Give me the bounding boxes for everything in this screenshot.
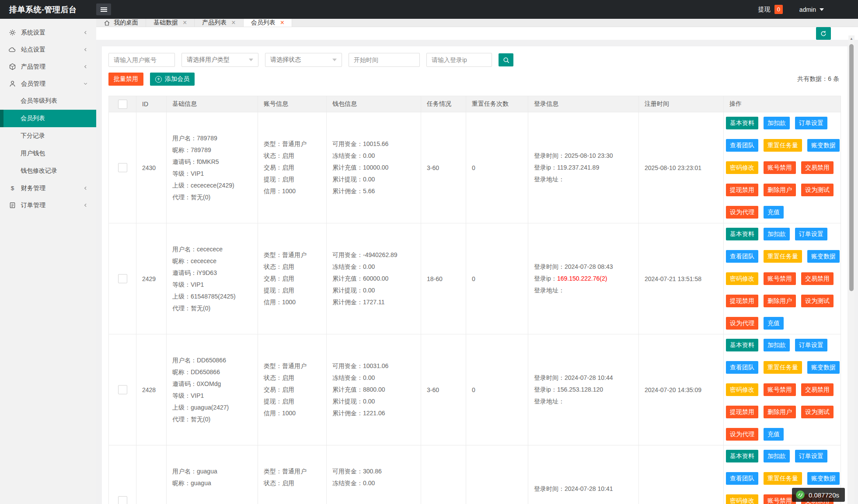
add-member-button[interactable]: + 添加会员 <box>150 73 195 86</box>
sidebar-item-site-settings[interactable]: 站点设置 <box>0 41 96 58</box>
col-header-login-info: 登录信息 <box>528 96 639 112</box>
sidebar-item-member-management[interactable]: 会员管理 <box>0 75 96 92</box>
account-change-data-button[interactable]: 账变数据 <box>807 139 840 152</box>
order-settings-button[interactable]: 订单设置 <box>795 228 827 240</box>
vertical-scrollbar[interactable]: ▲ <box>848 35 855 504</box>
user-menu[interactable]: admin <box>799 6 824 13</box>
disable-withdraw-button[interactable]: 提现禁用 <box>726 184 758 196</box>
sidebar-item-member-level-list[interactable]: 会员等级列表 <box>0 92 96 110</box>
account-change-data-button[interactable]: 账变数据 <box>807 472 840 485</box>
close-tab-icon[interactable]: × <box>231 19 235 26</box>
change-password-button[interactable]: 密码修改 <box>726 272 758 285</box>
batch-disable-button[interactable]: 批量禁用 <box>108 73 143 86</box>
col-header-id: ID <box>136 96 167 112</box>
disable-trade-button[interactable]: 交易禁用 <box>801 272 834 285</box>
status-select[interactable]: 请选择状态 <box>265 53 342 67</box>
close-tab-icon[interactable]: × <box>280 19 284 26</box>
disable-trade-button[interactable]: 交易禁用 <box>801 161 834 174</box>
member-id <box>136 445 167 504</box>
withdraw-entry[interactable]: 提现 0 <box>758 5 783 14</box>
select-all-checkbox[interactable] <box>118 100 127 109</box>
trace-timer-badge[interactable]: 0.087720s <box>792 488 845 502</box>
order-settings-button[interactable]: 订单设置 <box>795 450 827 462</box>
sidebar-item-deduction-records[interactable]: 下分记录 <box>0 127 96 145</box>
tab-product-list[interactable]: 产品列表× <box>195 19 243 27</box>
set-as-test-button[interactable]: 设为测试 <box>801 184 834 196</box>
sidebar-item-order-management[interactable]: 订单管理 <box>0 197 96 214</box>
disable-trade-button[interactable]: 交易禁用 <box>801 383 834 396</box>
set-as-test-button[interactable]: 设为测试 <box>801 406 834 418</box>
col-header-actions: 操作 <box>724 96 841 112</box>
account-change-data-button[interactable]: 账变数据 <box>807 250 840 263</box>
delete-user-button[interactable]: 删除用户 <box>764 184 796 196</box>
sidebar-item-member-list[interactable]: 会员列表 <box>0 110 96 127</box>
recharge-button[interactable]: 充值 <box>764 317 784 330</box>
disable-account-button[interactable]: 账号禁用 <box>764 272 796 285</box>
tab-basic-data[interactable]: 基础数据× <box>146 19 195 27</box>
adjust-funds-button[interactable]: 加扣款 <box>764 117 790 129</box>
basic-profile-button[interactable]: 基本资料 <box>726 339 758 351</box>
adjust-funds-button[interactable]: 加扣款 <box>764 339 790 351</box>
disable-account-button[interactable]: 账号禁用 <box>764 161 796 174</box>
delete-user-button[interactable]: 删除用户 <box>764 295 796 307</box>
reset-task-count-button[interactable]: 重置任务量 <box>764 250 802 263</box>
set-as-agent-button[interactable]: 设为代理 <box>726 206 758 219</box>
sidebar-item-wallet-modify-records[interactable]: 钱包修改记录 <box>0 162 96 180</box>
menu-toggle-button[interactable] <box>96 3 111 15</box>
change-password-button[interactable]: 密码修改 <box>726 383 758 396</box>
row-checkbox[interactable] <box>118 274 127 283</box>
delete-user-button[interactable]: 删除用户 <box>764 406 796 418</box>
register-time-cell: 2024-07-20 14:35:09 <box>639 334 724 445</box>
adjust-funds-button[interactable]: 加扣款 <box>764 228 790 240</box>
recharge-button[interactable]: 充值 <box>764 206 784 219</box>
basic-profile-button[interactable]: 基本资料 <box>726 117 758 129</box>
login-ip-input[interactable] <box>426 53 492 67</box>
view-team-button[interactable]: 查看团队 <box>726 250 758 263</box>
sidebar-item-system-settings[interactable]: 系统设置 <box>0 24 96 41</box>
change-password-button[interactable]: 密码修改 <box>726 494 758 504</box>
close-tab-icon[interactable]: × <box>183 19 187 26</box>
tab-member-list[interactable]: 会员列表× <box>244 19 292 27</box>
recharge-button[interactable]: 充值 <box>764 428 784 441</box>
set-as-agent-button[interactable]: 设为代理 <box>726 317 758 330</box>
tab-label: 我的桌面 <box>114 19 138 27</box>
reset-task-count-button[interactable]: 重置任务量 <box>764 472 802 485</box>
sidebar-item-user-wallet[interactable]: 用户钱包 <box>0 145 96 162</box>
sidebar-item-product-management[interactable]: 产品管理 <box>0 58 96 75</box>
view-team-button[interactable]: 查看团队 <box>726 139 758 152</box>
set-as-agent-button[interactable]: 设为代理 <box>726 428 758 441</box>
refresh-button[interactable] <box>816 27 831 40</box>
row-checkbox[interactable] <box>118 496 127 504</box>
start-time-input[interactable] <box>349 53 420 67</box>
account-change-data-button[interactable]: 账变数据 <box>807 361 840 374</box>
sidebar-item-label: 系统设置 <box>21 29 45 37</box>
account-input[interactable] <box>108 53 175 67</box>
disable-withdraw-button[interactable]: 提现禁用 <box>726 406 758 418</box>
tab-my-desktop[interactable]: 我的桌面 <box>96 19 146 27</box>
adjust-funds-button[interactable]: 加扣款 <box>764 450 790 462</box>
set-as-test-button[interactable]: 设为测试 <box>801 295 834 307</box>
reset-task-count-button[interactable]: 重置任务量 <box>764 139 802 152</box>
scroll-up-icon[interactable]: ▲ <box>848 35 855 41</box>
order-settings-button[interactable]: 订单设置 <box>795 339 827 351</box>
search-button[interactable] <box>499 53 513 66</box>
row-checkbox[interactable] <box>118 163 127 172</box>
order-settings-button[interactable]: 订单设置 <box>795 117 827 129</box>
login-info-cell: 登录时间：2024-07-28 08:43登录ip：169.150.222.76… <box>528 223 639 334</box>
row-checkbox[interactable] <box>118 385 127 394</box>
sidebar-item-finance-management[interactable]: $财务管理 <box>0 180 96 197</box>
disable-account-button[interactable]: 账号禁用 <box>764 383 796 396</box>
caret-down-icon <box>332 59 337 61</box>
login-ip-value: 169.150.222.76(2) <box>557 275 607 282</box>
view-team-button[interactable]: 查看团队 <box>726 472 758 485</box>
disable-withdraw-button[interactable]: 提现禁用 <box>726 295 758 307</box>
sidebar-item-label: 产品管理 <box>21 63 45 71</box>
change-password-button[interactable]: 密码修改 <box>726 161 758 174</box>
view-team-button[interactable]: 查看团队 <box>726 361 758 374</box>
basic-profile-button[interactable]: 基本资料 <box>726 450 758 462</box>
reset-task-count-button[interactable]: 重置任务量 <box>764 361 802 374</box>
disable-account-button[interactable]: 账号禁用 <box>764 494 796 504</box>
user-type-select[interactable]: 请选择用户类型 <box>181 53 258 67</box>
scrollbar-thumb[interactable] <box>849 44 854 291</box>
basic-profile-button[interactable]: 基本资料 <box>726 228 758 240</box>
